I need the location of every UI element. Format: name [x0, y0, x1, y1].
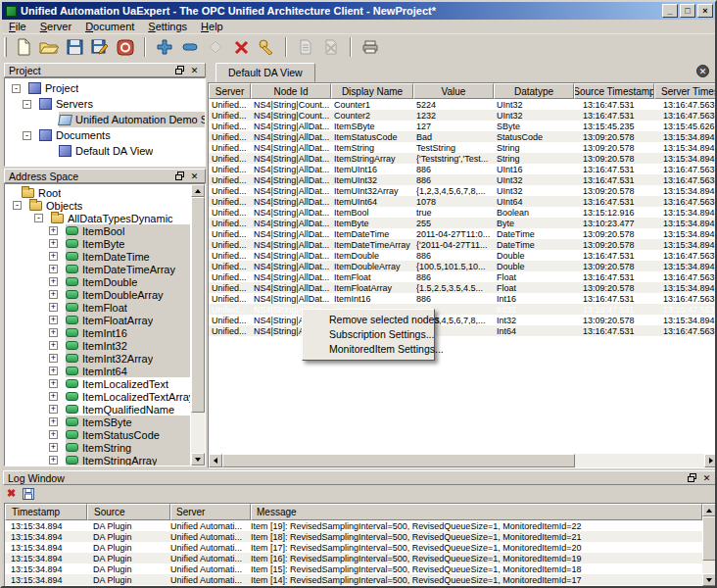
scroll-up-icon[interactable] — [702, 504, 716, 516]
tree-expander-icon[interactable]: + — [49, 265, 58, 273]
address-tree-item[interactable]: - Objects — [5, 199, 190, 212]
tree-expander-icon[interactable]: + — [49, 277, 58, 286]
address-space-scrollbar[interactable] — [191, 184, 205, 466]
connect-button[interactable] — [203, 35, 228, 59]
table-row[interactable]: Unified... NS4|String|AllDat... ItemDoub… — [209, 250, 717, 261]
tree-expander-icon[interactable]: - — [23, 100, 31, 109]
column-header-nodeid[interactable]: Node Id — [251, 83, 331, 99]
add-node-button[interactable] — [152, 35, 177, 59]
scrollbar-thumb[interactable] — [702, 516, 716, 561]
log-row[interactable]: 13:15:34.894 DA Plugin Unified Automati.… — [5, 531, 716, 542]
maximize-button[interactable]: □ — [680, 4, 695, 18]
new-project-button[interactable] — [11, 35, 36, 59]
column-header-datatype[interactable]: Datatype — [494, 83, 574, 99]
table-row[interactable]: Unified... NS4|String|AllDat... ItemByte… — [209, 218, 717, 228]
address-tree-item[interactable]: + ItemString — [5, 441, 190, 454]
table-row[interactable]: Unified... NS4|String|Count... Counter1 … — [209, 99, 717, 110]
log-row[interactable]: 13:15:34.894 DA Plugin Unified Automati.… — [5, 574, 716, 585]
menu-item[interactable]: Settings — [141, 21, 194, 32]
address-tree-item[interactable]: + ItemStatusCode — [5, 428, 190, 441]
close-panel-icon[interactable]: ✕ — [700, 472, 713, 484]
scrollbar-thumb[interactable] — [222, 454, 575, 467]
address-tree-item[interactable]: - AllDataTypesDynamic — [5, 212, 190, 224]
tree-expander-icon[interactable]: + — [49, 379, 58, 388]
menu-item[interactable]: Document — [78, 21, 141, 32]
menu-item[interactable]: File — [2, 21, 33, 32]
tab-close-icon[interactable]: ✕ — [696, 65, 709, 77]
table-row[interactable]: Unified... NS4|String|AllDat... ItemUInt… — [209, 196, 717, 207]
address-tree-item[interactable]: Root — [5, 186, 190, 199]
menu-item[interactable]: Server — [33, 21, 78, 32]
address-tree-item[interactable]: + ItemDoubleArray — [5, 288, 190, 301]
project-tree-item[interactable]: - Project — [5, 80, 205, 96]
tree-expander-icon[interactable]: + — [49, 341, 58, 350]
delete-button[interactable] — [228, 35, 254, 59]
address-tree-item[interactable]: + ItemDateTimeArray — [5, 263, 190, 275]
scroll-up-icon[interactable] — [191, 184, 205, 197]
table-row[interactable]: Unified... NS4|String|AllDat... ItemFloa… — [209, 271, 717, 282]
save-project-button[interactable] — [62, 35, 87, 59]
column-header-server[interactable]: Server — [209, 83, 251, 99]
tree-expander-icon[interactable]: - — [34, 214, 43, 222]
print-button[interactable] — [358, 35, 383, 59]
scroll-left-icon[interactable] — [209, 454, 222, 467]
project-tree-item[interactable]: Default DA View — [5, 143, 205, 159]
log-scrollbar[interactable] — [702, 504, 716, 586]
da-horizontal-scrollbar[interactable] — [209, 454, 717, 467]
float-panel-icon[interactable] — [173, 65, 186, 76]
log-row[interactable]: 13:15:34.894 DA Plugin Unified Automati.… — [5, 542, 716, 553]
address-tree-item[interactable]: + ItemLocalizedTextArray — [5, 390, 190, 403]
log-column-timestamp[interactable]: Timestamp — [5, 504, 87, 520]
float-panel-icon[interactable] — [173, 171, 186, 182]
table-row[interactable]: Unified... NS4|String|AllDat... ItemUInt… — [209, 174, 717, 185]
exit-button[interactable] — [113, 35, 138, 59]
toolbar-handle[interactable] — [4, 37, 7, 57]
scroll-down-icon[interactable] — [191, 453, 205, 466]
context-menu-item[interactable]: Subscription Settings... — [304, 327, 433, 342]
table-row[interactable]: Unified... NS4|String|Count... Counter2 … — [209, 110, 717, 121]
tree-expander-icon[interactable]: - — [13, 201, 22, 210]
address-tree-item[interactable]: + ItemDouble — [5, 275, 190, 288]
add-document-button[interactable] — [293, 35, 318, 59]
table-row[interactable]: Unified... NS4|String|AllDat... ItemStri… — [209, 153, 717, 164]
log-column-source[interactable]: Source — [87, 504, 170, 520]
close-button[interactable]: × — [697, 4, 713, 18]
log-row[interactable]: 13:15:34.894 DA Plugin Unified Automati.… — [5, 564, 716, 574]
address-tree-item[interactable]: + ItemByte — [5, 237, 190, 250]
scrollbar-thumb[interactable] — [191, 197, 205, 413]
context-menu-item[interactable]: MonitoredItem Settings... — [304, 342, 433, 357]
tab-default-da-view[interactable]: Default DA View — [215, 63, 315, 82]
tree-expander-icon[interactable]: + — [49, 328, 58, 337]
tree-expander-icon[interactable]: + — [49, 252, 58, 261]
tree-expander-icon[interactable]: + — [49, 367, 58, 375]
project-tree-item[interactable]: - Documents — [5, 127, 205, 143]
tree-expander-icon[interactable]: + — [49, 417, 58, 426]
table-row[interactable]: Unified... NS4|String|AllDat... ItemInt6… — [209, 325, 717, 336]
table-row[interactable]: Unified... NS4|String|AllDat... ItemInt1… — [209, 293, 717, 304]
tree-expander-icon[interactable]: + — [49, 443, 58, 452]
address-tree-item[interactable]: + ItemLocalizedText — [5, 377, 190, 390]
project-tree-item[interactable]: Unified Automation Demo Ser... — [5, 112, 205, 127]
tree-expander-icon[interactable]: + — [49, 456, 58, 465]
address-tree-item[interactable]: + ItemSByte — [5, 416, 190, 428]
address-tree-item[interactable]: + ItemQualifiedName — [5, 403, 190, 416]
table-row[interactable]: Unified... NS4|String|AllDat... ItemDate… — [209, 228, 717, 239]
settings-button[interactable] — [254, 35, 279, 59]
table-row[interactable]: Unified... NS4|String|AllDat... ItemSByt… — [209, 121, 717, 131]
table-row[interactable]: Unified... NS4|String|AllDat... ItemFloa… — [209, 282, 717, 293]
table-row[interactable]: Unified... NS4|String|AllDat... ItemUInt… — [209, 164, 717, 174]
table-row[interactable]: Unified... NS4|String|AllDat... ItemStat… — [209, 131, 717, 142]
address-tree-item[interactable]: + ItemInt32 — [5, 339, 190, 352]
tree-expander-icon[interactable]: + — [49, 405, 58, 414]
save-log-icon[interactable] — [23, 488, 34, 500]
address-tree-item[interactable]: + ItemFloat — [5, 301, 190, 314]
tree-expander-icon[interactable]: + — [49, 316, 58, 324]
clear-log-icon[interactable]: ✖ — [7, 488, 16, 499]
log-column-server[interactable]: Server — [170, 504, 251, 520]
address-tree-item[interactable]: + ItemStringArray — [5, 454, 190, 466]
column-header-displayname[interactable]: Display Name — [331, 83, 413, 99]
tree-expander-icon[interactable]: + — [49, 303, 58, 312]
tree-expander-icon[interactable]: + — [49, 354, 58, 363]
edit-project-button[interactable] — [87, 35, 113, 59]
tree-expander-icon[interactable]: + — [49, 430, 58, 439]
